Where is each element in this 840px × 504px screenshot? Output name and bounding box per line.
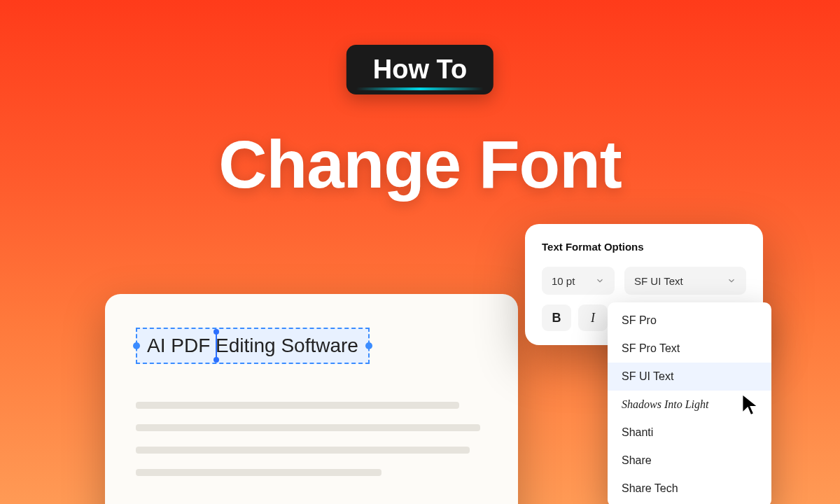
chevron-down-icon (595, 276, 605, 286)
text-caret (216, 333, 217, 358)
font-family-value: SF UI Text (634, 275, 683, 287)
chevron-down-icon (727, 276, 736, 286)
bold-button[interactable]: B (542, 304, 571, 331)
selection-handle-left[interactable] (133, 342, 140, 349)
font-dropdown[interactable]: SF ProSF Pro TextSF UI TextShadows Into … (608, 302, 771, 504)
text-edit-selection[interactable]: AI PDF Editing Software (136, 328, 370, 364)
selection-handle-right[interactable] (365, 342, 372, 349)
howto-badge: How To (346, 45, 493, 94)
font-option[interactable]: Share (608, 447, 771, 475)
font-option[interactable]: Share Tech (608, 475, 771, 503)
font-option[interactable]: Shadows Into Light (608, 391, 771, 419)
editing-text: AI PDF Editing Software (147, 335, 358, 356)
font-size-select[interactable]: 10 pt (542, 267, 615, 295)
font-option[interactable]: SF UI Text (608, 363, 771, 391)
italic-button[interactable]: I (578, 304, 608, 331)
font-option[interactable]: SF Pro (608, 307, 771, 335)
placeholder-lines (136, 402, 487, 476)
panel-title: Text Format Options (542, 241, 746, 253)
font-option[interactable]: SF Pro Text (608, 335, 771, 363)
font-family-select[interactable]: SF UI Text (624, 267, 746, 295)
font-option[interactable]: Shanti (608, 419, 771, 447)
document-preview: AI PDF Editing Software (105, 294, 518, 504)
font-size-value: 10 pt (552, 275, 575, 287)
hero-title: Change Font (218, 126, 622, 203)
